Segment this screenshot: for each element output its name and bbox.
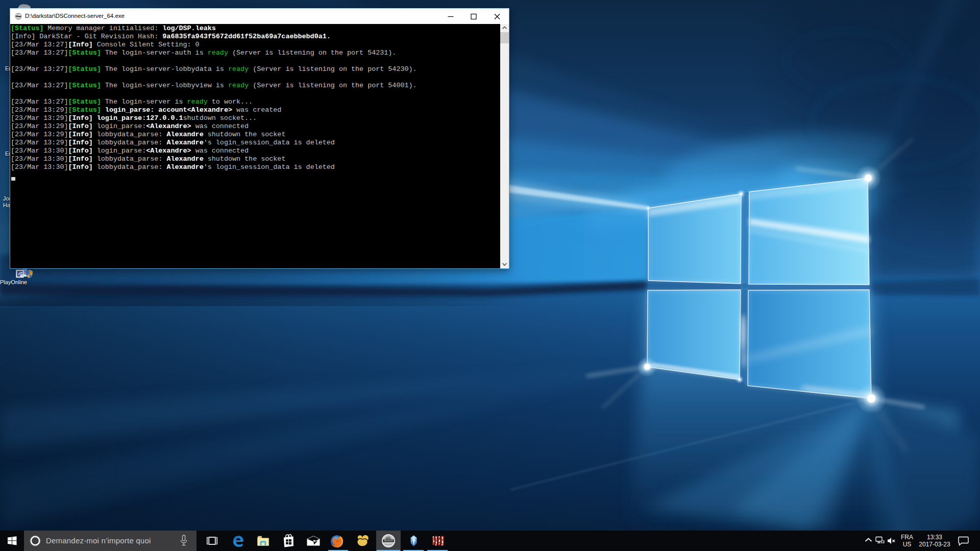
svg-text:THE WORLD: THE WORLD [383, 540, 394, 542]
